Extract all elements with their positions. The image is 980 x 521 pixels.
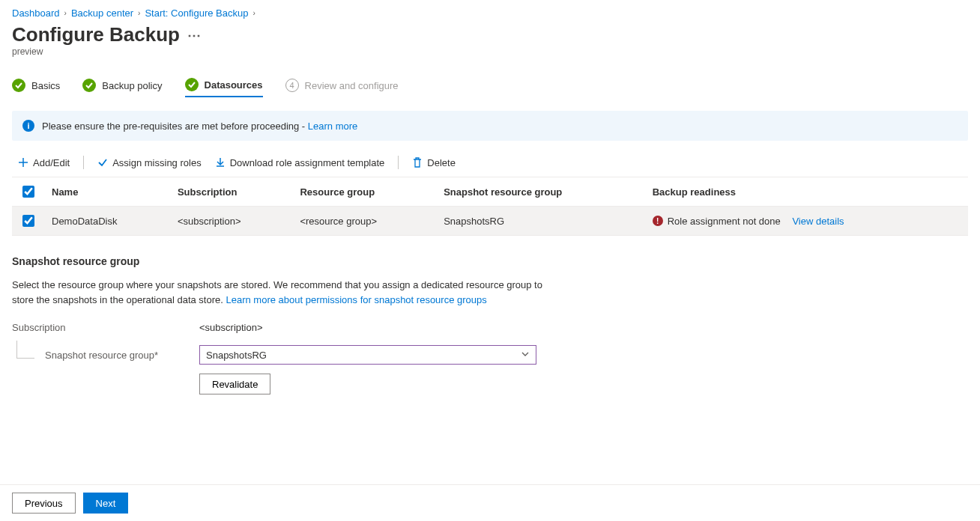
more-actions-icon[interactable]: ⋯	[187, 27, 201, 43]
check-icon	[97, 157, 108, 168]
plus-icon	[18, 157, 28, 168]
button-label: Delete	[427, 157, 456, 168]
button-label: Download role assignment template	[230, 157, 385, 168]
chevron-right-icon: ›	[138, 9, 140, 17]
cell-subscription: <subscription>	[170, 207, 292, 236]
banner-learn-more[interactable]: Learn more	[308, 121, 357, 132]
chevron-down-icon	[521, 350, 530, 361]
snapshot-rg-select[interactable]: SnapshotsRG	[199, 345, 536, 365]
table-row[interactable]: DemoDataDisk <subscription> <resource gr…	[12, 207, 968, 236]
step-datasources[interactable]: Datasources	[185, 78, 263, 97]
breadcrumb-backup-center[interactable]: Backup center	[71, 7, 133, 19]
step-review: 4 Review and configure	[285, 78, 399, 97]
delete-button[interactable]: Delete	[412, 157, 456, 168]
button-label: Assign missing roles	[112, 157, 202, 168]
add-edit-button[interactable]: Add/Edit	[18, 157, 70, 168]
breadcrumb-start-configure[interactable]: Start: Configure Backup	[145, 7, 248, 19]
step-label: Backup policy	[102, 80, 162, 91]
toolbar-separator	[83, 156, 84, 169]
step-backup-policy[interactable]: Backup policy	[82, 78, 162, 97]
permissions-learn-more-link[interactable]: Learn more about permissions for snapsho…	[226, 294, 486, 305]
cell-resource-group: <resource group>	[292, 207, 436, 236]
datasource-toolbar: Add/Edit Assign missing roles Download r…	[12, 145, 968, 177]
check-icon	[82, 79, 96, 92]
col-name[interactable]: Name	[44, 177, 170, 207]
cell-name: DemoDataDisk	[44, 207, 170, 236]
cell-snapshot-rg: SnapshotsRG	[436, 207, 645, 236]
assign-roles-button[interactable]: Assign missing roles	[97, 157, 202, 168]
snapshot-rg-section: Snapshot resource group Select the resou…	[12, 255, 968, 394]
step-label: Basics	[31, 80, 60, 91]
chevron-right-icon: ›	[252, 9, 255, 17]
page-title: Configure Backup ⋯	[12, 23, 968, 46]
button-label: Add/Edit	[33, 157, 70, 168]
step-number-icon: 4	[285, 79, 299, 92]
row-checkbox[interactable]	[22, 215, 34, 227]
chevron-right-icon: ›	[64, 9, 67, 17]
wizard-steps: Basics Backup policy Datasources 4 Revie…	[12, 78, 968, 97]
subscription-value: <subscription>	[199, 322, 263, 333]
col-snapshot-rg[interactable]: Snapshot resource group	[436, 177, 645, 207]
page-subtitle: preview	[12, 46, 968, 57]
section-description: Select the resource group where your sna…	[12, 278, 551, 307]
toolbar-separator	[398, 156, 399, 169]
trash-icon	[412, 157, 423, 168]
breadcrumb: Dashboard › Backup center › Start: Confi…	[12, 7, 968, 19]
step-label: Review and configure	[305, 80, 399, 91]
col-readiness[interactable]: Backup readiness	[645, 177, 968, 207]
breadcrumb-dashboard[interactable]: Dashboard	[12, 7, 60, 19]
check-icon	[185, 78, 199, 91]
readiness-text: Role assignment not done	[668, 216, 781, 227]
select-all-checkbox[interactable]	[22, 186, 34, 198]
page-title-text: Configure Backup	[12, 23, 180, 46]
check-icon	[12, 79, 25, 92]
select-value: SnapshotsRG	[206, 350, 267, 361]
col-subscription[interactable]: Subscription	[170, 177, 292, 207]
section-heading: Snapshot resource group	[12, 255, 968, 267]
banner-text: Please ensure the pre-requisites are met…	[42, 121, 308, 132]
col-resource-group[interactable]: Resource group	[292, 177, 436, 207]
step-basics[interactable]: Basics	[12, 78, 60, 97]
datasources-table: Name Subscription Resource group Snapsho…	[12, 177, 968, 236]
download-icon	[215, 157, 226, 168]
snapshot-rg-label: Snapshot resource group *	[12, 350, 199, 361]
error-icon: !	[653, 216, 663, 226]
subscription-label: Subscription	[12, 322, 199, 333]
info-banner: i Please ensure the pre-requisites are m…	[12, 111, 968, 141]
step-label: Datasources	[205, 79, 263, 91]
revalidate-button[interactable]: Revalidate	[199, 374, 270, 394]
info-icon: i	[22, 120, 34, 132]
download-template-button[interactable]: Download role assignment template	[215, 157, 385, 168]
view-details-link[interactable]: View details	[792, 216, 844, 227]
